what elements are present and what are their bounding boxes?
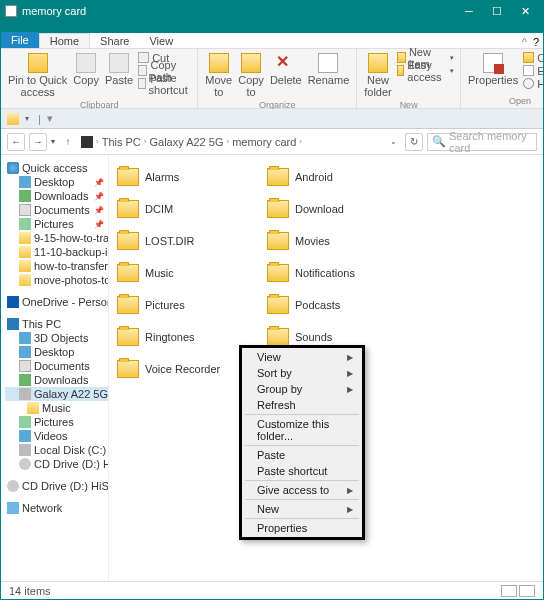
history-dropdown-icon[interactable]: ▾	[51, 137, 55, 146]
folder-item[interactable]: Movies	[263, 225, 413, 257]
help-icon[interactable]: ?	[533, 36, 539, 48]
tree-desktop[interactable]: Desktop	[5, 345, 108, 359]
titlebar[interactable]: memory card ─ ☐ ✕	[1, 1, 543, 21]
folder-label: Alarms	[145, 171, 179, 183]
forward-button[interactable]: →	[29, 133, 47, 151]
folder-label: Pictures	[145, 299, 185, 311]
tree-cd-drive[interactable]: CD Drive (D:) HiSuite	[5, 479, 108, 493]
tree-pictures[interactable]: Pictures	[5, 415, 108, 429]
file-list[interactable]: AlarmsAndroidDCIMDownloadLOST.DIRMoviesM…	[109, 155, 543, 581]
refresh-button[interactable]: ↻	[405, 133, 423, 151]
properties-button[interactable]: Properties	[465, 51, 521, 90]
folder-icon	[7, 113, 19, 125]
folder-icon	[117, 232, 139, 250]
folder-item[interactable]: Alarms	[113, 161, 263, 193]
status-bar: 14 items	[1, 581, 543, 599]
ctx-view[interactable]: View▶	[243, 349, 361, 365]
maximize-button[interactable]: ☐	[483, 2, 511, 20]
tree-item[interactable]: 9-15-how-to-transfer-p	[5, 231, 108, 245]
up-button[interactable]: ↑	[59, 133, 77, 151]
ctx-paste[interactable]: Paste	[243, 447, 361, 463]
ribbon-expand-icon[interactable]: ^	[516, 36, 533, 48]
folder-icon	[267, 264, 289, 282]
open-button[interactable]: Open▾	[521, 51, 544, 64]
ctx-paste-shortcut[interactable]: Paste shortcut	[243, 463, 361, 479]
folder-item[interactable]: Pictures	[113, 289, 263, 321]
folder-icon	[267, 200, 289, 218]
folder-icon	[267, 296, 289, 314]
folder-icon	[117, 328, 139, 346]
tree-quick-access[interactable]: Quick access	[5, 161, 108, 175]
delete-button[interactable]: ✕Delete	[267, 51, 305, 100]
paste-button[interactable]: Paste	[102, 51, 136, 100]
tree-videos[interactable]: Videos	[5, 429, 108, 443]
tree-item[interactable]: 11-10-backup-iphone-t	[5, 245, 108, 259]
tree-3d-objects[interactable]: 3D Objects	[5, 331, 108, 345]
breadcrumb-segment[interactable]: Galaxy A22 5G	[149, 136, 223, 148]
folder-item[interactable]: Download	[263, 193, 413, 225]
copy-to-button[interactable]: Copy to	[235, 51, 267, 100]
tree-pictures[interactable]: Pictures📌	[5, 217, 108, 231]
tree-local-disk[interactable]: Local Disk (C:)	[5, 443, 108, 457]
ctx-group-by[interactable]: Group by▶	[243, 381, 361, 397]
ctx-give-access[interactable]: Give access to▶	[243, 482, 361, 498]
folder-item[interactable]: Notifications	[263, 257, 413, 289]
tree-downloads[interactable]: Downloads	[5, 373, 108, 387]
breadcrumb[interactable]: › This PC› Galaxy A22 5G› memory card›	[81, 136, 386, 148]
easy-access-button[interactable]: Easy access▾	[395, 64, 456, 77]
qat-overflow-icon[interactable]: ▾	[47, 112, 53, 125]
new-folder-button[interactable]: New folder	[361, 51, 395, 100]
folder-label: Ringtones	[145, 331, 195, 343]
ctx-properties[interactable]: Properties	[243, 520, 361, 536]
folder-item[interactable]: Music	[113, 257, 263, 289]
paste-shortcut-button[interactable]: Paste shortcut	[136, 77, 193, 90]
search-input[interactable]: 🔍Search memory card	[427, 133, 537, 151]
tree-downloads[interactable]: Downloads📌	[5, 189, 108, 203]
copy-button[interactable]: Copy	[70, 51, 102, 100]
folder-item[interactable]: Podcasts	[263, 289, 413, 321]
ribbon: Pin to Quick access Copy Paste Cut Copy …	[1, 49, 543, 109]
tree-network[interactable]: Network	[5, 501, 108, 515]
breadcrumb-segment[interactable]: This PC	[102, 136, 141, 148]
back-button[interactable]: ←	[7, 133, 25, 151]
ctx-customize[interactable]: Customize this folder...	[243, 416, 361, 444]
close-button[interactable]: ✕	[511, 2, 539, 20]
folder-item[interactable]: Android	[263, 161, 413, 193]
ctx-sort-by[interactable]: Sort by▶	[243, 365, 361, 381]
file-tab[interactable]: File	[1, 32, 39, 48]
qat-dropdown-icon[interactable]: ▾	[25, 114, 29, 123]
folder-item[interactable]: DCIM	[113, 193, 263, 225]
ctx-new[interactable]: New▶	[243, 501, 361, 517]
pin-quick-access-button[interactable]: Pin to Quick access	[5, 51, 70, 100]
nav-tree[interactable]: Quick access Desktop📌 Downloads📌 Documen…	[1, 155, 109, 581]
address-dropdown-icon[interactable]: ⌄	[390, 137, 397, 146]
thumbnails-view-button[interactable]	[519, 585, 535, 597]
tree-item[interactable]: how-to-transfer-photo	[5, 259, 108, 273]
window-title: memory card	[22, 5, 455, 17]
folder-item[interactable]: LOST.DIR	[113, 225, 263, 257]
tree-item[interactable]: move-photos-to-sd-ca	[5, 273, 108, 287]
edit-button[interactable]: Edit	[521, 64, 544, 77]
tree-documents[interactable]: Documents	[5, 359, 108, 373]
history-button[interactable]: History	[521, 77, 544, 90]
details-view-button[interactable]	[501, 585, 517, 597]
breadcrumb-segment[interactable]: memory card	[232, 136, 296, 148]
tree-this-pc[interactable]: This PC	[5, 317, 108, 331]
tree-onedrive[interactable]: OneDrive - Personal	[5, 295, 108, 309]
menu-strip	[1, 21, 543, 33]
app-icon	[5, 5, 17, 17]
move-to-button[interactable]: Move to	[202, 51, 235, 100]
item-count: 14 items	[9, 585, 51, 597]
share-tab[interactable]: Share	[90, 33, 139, 48]
folder-label: Android	[295, 171, 333, 183]
tree-documents[interactable]: Documents📌	[5, 203, 108, 217]
ctx-refresh[interactable]: Refresh	[243, 397, 361, 413]
view-tab[interactable]: View	[139, 33, 183, 48]
home-tab[interactable]: Home	[39, 33, 90, 48]
minimize-button[interactable]: ─	[455, 2, 483, 20]
tree-cd-drive[interactable]: CD Drive (D:) HiSuite	[5, 457, 108, 471]
tree-music[interactable]: Music	[5, 401, 108, 415]
rename-button[interactable]: Rename	[305, 51, 353, 100]
tree-galaxy[interactable]: Galaxy A22 5G	[5, 387, 108, 401]
tree-desktop[interactable]: Desktop📌	[5, 175, 108, 189]
